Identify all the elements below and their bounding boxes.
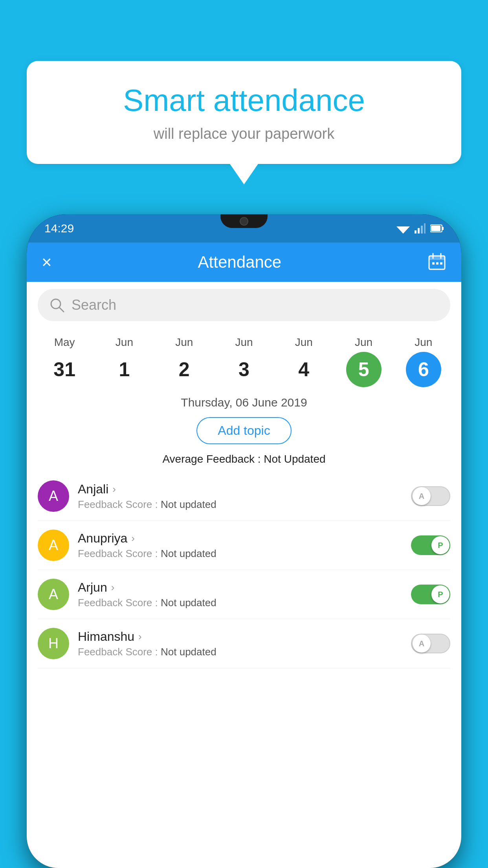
notch	[220, 214, 268, 228]
date-number: 1	[106, 352, 142, 387]
date-month: Jun	[415, 336, 432, 349]
app-header: × Attendance	[27, 243, 461, 282]
feedback-score: Feedback Score : Not updated	[78, 646, 402, 658]
student-info: Himanshu ›Feedback Score : Not updated	[78, 629, 402, 658]
close-button[interactable]: ×	[42, 252, 52, 272]
date-number: 2	[167, 352, 202, 387]
avg-feedback-value: Not Updated	[264, 453, 325, 465]
date-number: 4	[286, 352, 321, 387]
avg-feedback: Average Feedback : Not Updated	[27, 449, 461, 472]
toggle-knob: A	[413, 634, 431, 653]
date-month: Jun	[295, 336, 313, 349]
attendance-toggle[interactable]: P	[411, 585, 450, 604]
date-item[interactable]: Jun6	[406, 336, 441, 387]
search-icon	[50, 298, 64, 313]
student-list: AAnjali ›Feedback Score : Not updatedAAA…	[27, 472, 461, 668]
student-name: Anjali ›	[78, 482, 402, 497]
attendance-toggle[interactable]: A	[411, 634, 450, 653]
feedback-score: Feedback Score : Not updated	[78, 548, 402, 560]
phone-frame: 14:29 × Attendance	[27, 214, 461, 868]
wifi-icon	[396, 223, 410, 234]
date-month: Jun	[175, 336, 193, 349]
attendance-toggle[interactable]: A	[411, 486, 450, 506]
feedback-score: Feedback Score : Not updated	[78, 498, 402, 511]
student-info: Anupriya ›Feedback Score : Not updated	[78, 531, 402, 560]
avatar: A	[38, 579, 69, 610]
calendar-icon[interactable]	[427, 252, 446, 272]
avg-feedback-label: Average Feedback :	[162, 453, 264, 465]
student-info: Arjun ›Feedback Score : Not updated	[78, 580, 402, 609]
status-icons	[396, 223, 444, 234]
calendar-strip: May31Jun1Jun2Jun3Jun4Jun5Jun6	[27, 328, 461, 391]
selected-date: Thursday, 06 June 2019	[27, 391, 461, 412]
attendance-toggle[interactable]: P	[411, 535, 450, 555]
student-name: Himanshu ›	[78, 629, 402, 644]
chevron-icon: ›	[112, 483, 116, 495]
speech-bubble: Smart attendance will replace your paper…	[27, 61, 461, 164]
feedback-score: Feedback Score : Not updated	[78, 597, 402, 609]
date-number: 5	[346, 352, 382, 387]
date-item[interactable]: May31	[47, 336, 82, 387]
svg-marker-2	[401, 231, 405, 234]
date-item[interactable]: Jun2	[167, 336, 202, 387]
svg-rect-4	[418, 228, 420, 234]
add-topic-button[interactable]: Add topic	[196, 417, 291, 444]
search-bar[interactable]: Search	[38, 289, 450, 321]
student-name: Anupriya ›	[78, 531, 402, 546]
svg-rect-14	[432, 262, 435, 265]
date-item[interactable]: Jun4	[286, 336, 321, 387]
svg-rect-8	[442, 227, 444, 230]
student-item[interactable]: AArjun ›Feedback Score : Not updatedP	[38, 570, 450, 619]
student-info: Anjali ›Feedback Score : Not updated	[78, 482, 402, 511]
chevron-icon: ›	[138, 631, 142, 643]
phone-screen: Search May31Jun1Jun2Jun3Jun4Jun5Jun6 Thu…	[27, 282, 461, 868]
svg-rect-11	[429, 256, 445, 260]
status-bar: 14:29	[27, 214, 461, 243]
date-month: May	[54, 336, 75, 349]
chevron-icon: ›	[111, 581, 115, 594]
svg-line-18	[59, 307, 64, 312]
date-item[interactable]: Jun3	[226, 336, 262, 387]
bubble-subtitle: will replace your paperwork	[50, 125, 438, 142]
svg-rect-16	[440, 262, 442, 265]
avatar: A	[38, 480, 69, 512]
date-number: 3	[226, 352, 262, 387]
date-item[interactable]: Jun1	[106, 336, 142, 387]
date-item[interactable]: Jun5	[346, 336, 382, 387]
date-month: Jun	[235, 336, 253, 349]
signal-icon	[415, 223, 426, 234]
svg-rect-5	[421, 226, 423, 234]
search-placeholder: Search	[72, 297, 116, 313]
header-title: Attendance	[198, 253, 282, 272]
date-number: 6	[406, 352, 441, 387]
search-container: Search	[27, 282, 461, 328]
avatar: H	[38, 628, 69, 659]
date-month: Jun	[116, 336, 133, 349]
student-item[interactable]: AAnjali ›Feedback Score : Not updatedA	[38, 472, 450, 521]
student-name: Arjun ›	[78, 580, 402, 595]
date-number: 31	[47, 352, 82, 387]
bubble-title: Smart attendance	[50, 83, 438, 118]
battery-icon	[430, 223, 444, 234]
chevron-icon: ›	[131, 532, 135, 544]
avatar: A	[38, 530, 69, 561]
svg-rect-15	[436, 262, 438, 265]
student-item[interactable]: AAnupriya ›Feedback Score : Not updatedP	[38, 521, 450, 570]
toggle-knob: A	[413, 487, 431, 505]
student-item[interactable]: HHimanshu ›Feedback Score : Not updatedA	[38, 619, 450, 668]
toggle-knob: P	[431, 536, 449, 554]
camera-notch	[240, 217, 248, 226]
svg-rect-3	[415, 230, 416, 234]
toggle-knob: P	[431, 585, 449, 603]
date-month: Jun	[355, 336, 372, 349]
svg-rect-9	[431, 226, 440, 231]
status-time: 14:29	[44, 222, 74, 235]
svg-rect-6	[424, 223, 426, 234]
